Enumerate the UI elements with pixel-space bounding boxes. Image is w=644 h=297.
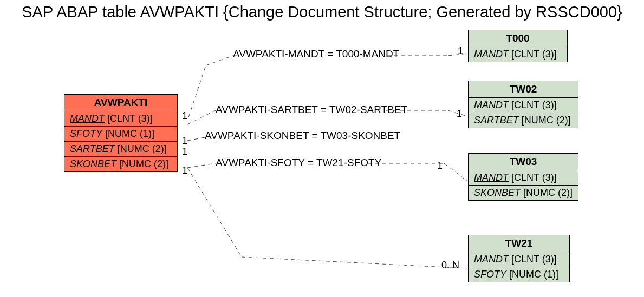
relation-label: AVWPAKTI-SFOTY = TW21-SFOTY [216,157,381,169]
field-type: [NUMC (1)] [105,128,154,139]
field-name: MANDT [474,100,509,110]
entity-tw21-header: TW21 [469,235,569,252]
svg-line-8 [187,163,216,168]
svg-line-1 [206,56,233,65]
svg-line-10 [444,163,467,181]
svg-line-0 [188,65,206,117]
field-type: [CLNT (3)] [511,172,557,183]
entity-tw02: TW02 MANDT [CLNT (3)] SARTBET [NUMC (2)] [468,81,578,128]
entity-row: SFOTY [NUMC (1)] [469,267,569,282]
entity-tw03: TW03 MANDT [CLNT (3)] SKONBET [NUMC (2)] [468,153,578,201]
entity-t000: T000 MANDT [CLNT (3)] [468,30,568,62]
entity-avwpakti: AVWPAKTI MANDT [CLNT (3)] SFOTY [NUMC (1… [64,94,178,172]
entity-row: SARTBET [NUMC (2)] [469,113,578,128]
field-name: SFOTY [70,128,102,139]
field-type: [CLNT (3)] [511,100,557,110]
entity-row: MANDT [CLNT (3)] [64,111,177,127]
page-title: SAP ABAP table AVWPAKTI {Change Document… [0,3,644,21]
field-type: [CLNT (3)] [107,113,153,124]
cardinality: 1 [182,135,187,147]
field-type: [CLNT (3)] [511,49,557,60]
field-name: MANDT [474,49,509,60]
svg-line-12 [242,257,467,268]
cardinality: 1 [182,165,187,176]
field-name: MANDT [474,254,509,265]
entity-row: SARTBET [NUMC (2)] [64,142,177,157]
entity-row: SFOTY [NUMC (1)] [64,127,177,142]
cardinality: 1 [457,108,462,120]
cardinality: 1 [182,110,187,122]
field-name: SARTBET [474,115,519,126]
svg-line-7 [187,137,205,141]
entity-t000-header: T000 [469,30,567,47]
cardinality: 1 [182,146,187,157]
entity-tw21: TW21 MANDT [CLNT (3)] SFOTY [NUMC (1)] [468,235,570,282]
entity-row: MANDT [CLNT (3)] [469,252,569,267]
svg-line-11 [187,168,242,257]
entity-row: MANDT [CLNT (3)] [469,170,578,186]
field-name: SKONBET [474,187,521,198]
entity-row: SKONBET [NUMC (2)] [469,186,578,200]
cardinality: 1 [458,45,463,57]
entity-tw03-header: TW03 [469,154,578,170]
entity-row: SKONBET [NUMC (2)] [64,157,177,171]
svg-line-4 [187,110,216,124]
field-name: SFOTY [474,269,506,280]
field-type: [NUMC (2)] [119,159,168,169]
field-name: MANDT [70,113,105,124]
entity-avwpakti-header: AVWPAKTI [64,95,177,111]
field-type: [NUMC (2)] [522,115,571,126]
cardinality: 1 [437,160,443,171]
field-type: [NUMC (2)] [118,143,167,154]
field-name: MANDT [474,172,509,183]
relation-label: AVWPAKTI-SKONBET = TW03-SKONBET [205,130,400,142]
entity-row: MANDT [CLNT (3)] [469,98,578,113]
relation-label: AVWPAKTI-SARTBET = TW02-SARTBET [216,104,407,116]
field-type: [CLNT (3)] [511,254,557,265]
field-name: SKONBET [70,159,116,169]
field-name: SARTBET [70,143,115,154]
field-type: [NUMC (2)] [523,187,573,198]
cardinality: 0..N [441,260,459,271]
entity-tw02-header: TW02 [469,81,578,98]
field-type: [NUMC (1)] [509,269,558,280]
entity-row: MANDT [CLNT (3)] [469,47,567,62]
relation-label: AVWPAKTI-MANDT = T000-MANDT [233,48,399,60]
